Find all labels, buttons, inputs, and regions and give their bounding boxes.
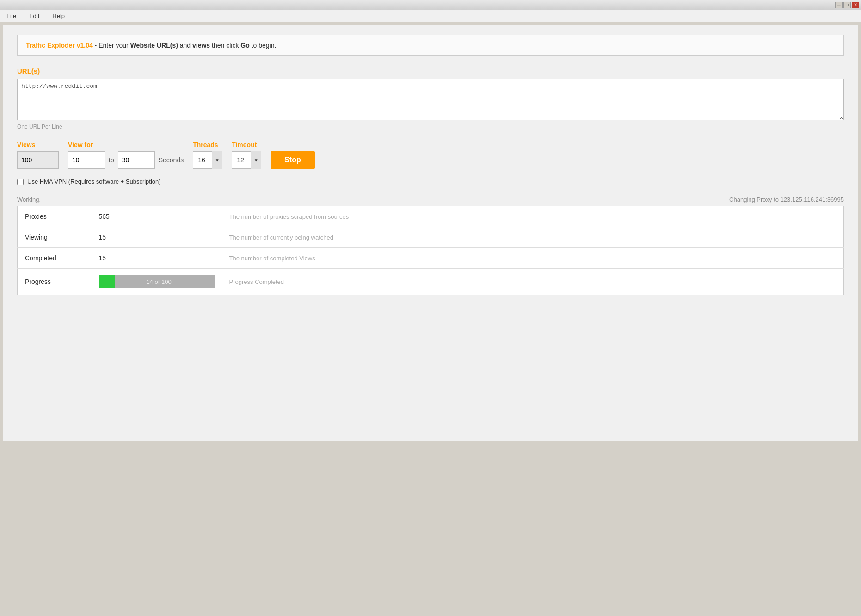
- controls-row: Views View for to Seconds Threads 16 ▼ T…: [17, 141, 844, 169]
- stat-desc-viewing: The number of currently being watched: [222, 227, 844, 248]
- stat-desc-progress: Progress Completed: [222, 269, 844, 295]
- threads-select[interactable]: 16 ▼: [193, 151, 222, 169]
- view-for-max-input[interactable]: [118, 151, 155, 169]
- threads-value: 16: [193, 154, 212, 166]
- stat-value-completed: 15: [92, 248, 222, 269]
- view-for-group: View for to Seconds: [68, 141, 184, 169]
- description-post: then click: [210, 42, 240, 49]
- description-end: to begin.: [250, 42, 277, 49]
- stat-name-completed: Completed: [18, 248, 92, 269]
- stat-desc-completed: The number of completed Views: [222, 248, 844, 269]
- menu-file[interactable]: File: [4, 12, 19, 20]
- table-row: Completed 15 The number of completed Vie…: [18, 248, 844, 269]
- view-for-label: View for: [68, 141, 184, 148]
- table-row: Proxies 565 The number of proxies scrape…: [18, 206, 844, 227]
- menu-help[interactable]: Help: [49, 12, 68, 20]
- working-label: Working.: [17, 196, 41, 203]
- proxy-label: Changing Proxy to 123.125.116.241:36995: [729, 196, 844, 203]
- description-mid: and: [178, 42, 192, 49]
- title-bar: ─ □ ✕: [0, 0, 861, 10]
- timeout-group: Timeout 12 ▼: [232, 141, 261, 169]
- app-name: Traffic Exploder v1.04: [26, 42, 93, 49]
- maximize-button[interactable]: □: [843, 2, 851, 8]
- views-input[interactable]: [17, 151, 59, 169]
- stat-desc-proxies: The number of proxies scraped from sourc…: [222, 206, 844, 227]
- threads-label: Threads: [193, 141, 222, 148]
- threads-arrow[interactable]: ▼: [212, 151, 222, 169]
- desc-bold3: Go: [240, 42, 249, 49]
- status-row: Working. Changing Proxy to 123.125.116.2…: [17, 196, 844, 203]
- stat-name-progress: Progress: [18, 269, 92, 295]
- description-pre: - Enter your: [93, 42, 130, 49]
- stats-table: Proxies 565 The number of proxies scrape…: [17, 206, 844, 295]
- stat-value-viewing: 15: [92, 227, 222, 248]
- progress-bar: 14 of 100: [99, 275, 215, 288]
- seconds-label: Seconds: [159, 156, 184, 164]
- url-hint: One URL Per Line: [17, 123, 844, 130]
- desc-bold1: Website URL(s): [130, 42, 178, 49]
- stat-progress-cell: 14 of 100: [92, 269, 222, 295]
- stop-button[interactable]: Stop: [271, 151, 315, 169]
- table-row-progress: Progress 14 of 100 Progress Completed: [18, 269, 844, 295]
- table-row: Viewing 15 The number of currently being…: [18, 227, 844, 248]
- to-label: to: [109, 156, 114, 164]
- views-group: Views: [17, 141, 59, 169]
- timeout-arrow[interactable]: ▼: [251, 151, 261, 169]
- url-textarea[interactable]: http://www.reddit.com: [17, 79, 844, 120]
- timeout-label: Timeout: [232, 141, 261, 148]
- stat-value-proxies: 565: [92, 206, 222, 227]
- views-label: Views: [17, 141, 59, 148]
- timeout-value: 12: [232, 154, 251, 166]
- close-button[interactable]: ✕: [852, 2, 859, 8]
- menu-bar: File Edit Help: [0, 10, 861, 22]
- stat-name-proxies: Proxies: [18, 206, 92, 227]
- progress-bar-text: 14 of 100: [99, 278, 215, 285]
- vpn-row: Use HMA VPN (Requires software + Subscri…: [17, 178, 844, 185]
- timeout-select[interactable]: 12 ▼: [232, 151, 261, 169]
- minimize-button[interactable]: ─: [835, 2, 843, 8]
- threads-group: Threads 16 ▼: [193, 141, 222, 169]
- menu-edit[interactable]: Edit: [26, 12, 42, 20]
- vpn-checkbox[interactable]: [17, 179, 24, 185]
- vpn-label: Use HMA VPN (Requires software + Subscri…: [27, 178, 161, 185]
- stat-name-viewing: Viewing: [18, 227, 92, 248]
- view-for-inputs: to Seconds: [68, 151, 184, 169]
- desc-bold2: views: [192, 42, 210, 49]
- url-section: URL(s) http://www.reddit.com One URL Per…: [17, 67, 844, 130]
- url-label: URL(s): [17, 67, 844, 75]
- view-for-min-input[interactable]: [68, 151, 105, 169]
- main-window: Traffic Exploder v1.04 - Enter your Webs…: [3, 25, 858, 441]
- info-box: Traffic Exploder v1.04 - Enter your Webs…: [17, 35, 844, 56]
